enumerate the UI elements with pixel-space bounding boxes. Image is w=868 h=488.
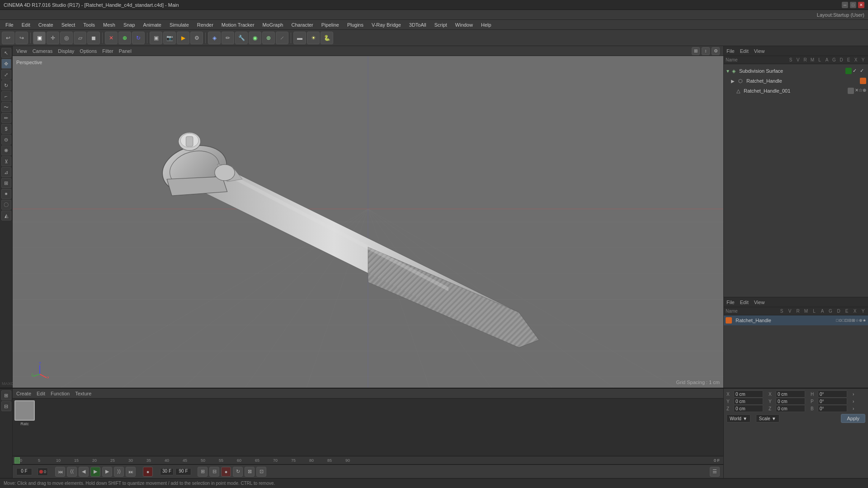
timeline-ruler[interactable]: 0 5 10 15 20 25 30 35 40 45 50 55 60 65 … bbox=[13, 456, 723, 465]
brush-tool[interactable]: ✏ bbox=[1, 113, 11, 123]
attr-object-row[interactable]: Ratchet_Handle □⊙□⊡⊟⊞☆⊕★ bbox=[724, 315, 868, 325]
move-tool-button[interactable]: ✕ bbox=[105, 32, 118, 44]
terrain-tool[interactable]: ◭ bbox=[1, 211, 11, 221]
timeline-edit-menu[interactable]: Edit bbox=[37, 391, 45, 396]
bounce-button[interactable]: ⊠ bbox=[245, 467, 255, 477]
floor-button[interactable]: ▬ bbox=[293, 32, 306, 44]
cube-tool-button[interactable]: ▣ bbox=[150, 32, 162, 44]
scale-mode-dropdown[interactable]: Scale ▼ bbox=[756, 414, 779, 422]
menu-file[interactable]: File bbox=[2, 21, 17, 28]
paint-button[interactable]: ✏ bbox=[222, 32, 234, 44]
menu-simulate[interactable]: Simulate bbox=[166, 21, 193, 28]
bottom-tool-1[interactable]: ⊞ bbox=[1, 390, 11, 400]
move-tool[interactable]: ✥ bbox=[1, 59, 11, 69]
render-button[interactable]: ▶ bbox=[177, 32, 189, 44]
prev-frame-button[interactable]: ◀ bbox=[79, 467, 89, 477]
body-paint-button[interactable]: ◉ bbox=[249, 32, 261, 44]
first-frame-button[interactable]: ⏮ bbox=[55, 467, 65, 477]
dynamics-tool[interactable]: 〇 bbox=[1, 200, 11, 210]
measure-tool[interactable]: ⊝ bbox=[1, 135, 11, 145]
undo-button[interactable]: ↩ bbox=[2, 32, 14, 44]
menu-help[interactable]: Help bbox=[477, 21, 495, 28]
timeline-texture-menu[interactable]: Texture bbox=[75, 391, 91, 396]
viewport-3d[interactable]: Perspective Grid Spacing : 1 cm Y X Z bbox=[13, 56, 723, 388]
attr-mgr-view-menu[interactable]: View bbox=[754, 300, 765, 305]
coord-y-input[interactable] bbox=[734, 398, 763, 405]
viewport-cameras-menu[interactable]: Cameras bbox=[33, 48, 53, 54]
play-button[interactable]: ▶ bbox=[90, 467, 100, 477]
viewport-view-menu[interactable]: View bbox=[16, 48, 27, 54]
coord-system-dropdown[interactable]: World ▼ bbox=[726, 414, 750, 422]
python-button[interactable]: 🐍 bbox=[321, 32, 333, 44]
next-frame-button[interactable]: ▶ bbox=[102, 467, 112, 477]
menu-create[interactable]: Create bbox=[35, 21, 57, 28]
hair-button[interactable]: ⊛ bbox=[262, 32, 275, 44]
timeline-expand-button[interactable]: ⊡ bbox=[256, 467, 266, 477]
edge-mode-button[interactable]: ▱ bbox=[74, 32, 86, 44]
coord-p-input[interactable] bbox=[818, 398, 847, 405]
menu-select[interactable]: Select bbox=[58, 21, 79, 28]
coord-sy-input[interactable] bbox=[776, 398, 805, 405]
array-tool[interactable]: ❋ bbox=[1, 145, 11, 155]
object-row-subdivision[interactable]: ▼ ◈ Subdivision Surface ✓ ✓ bbox=[724, 66, 868, 76]
camera-button[interactable]: 📷 bbox=[163, 32, 176, 44]
record-all-button[interactable]: ● bbox=[221, 467, 231, 477]
knife-button[interactable]: ⟋ bbox=[276, 32, 288, 44]
camera-nav-tool[interactable]: ⊿ bbox=[1, 167, 11, 177]
model-mode-button[interactable]: ▣ bbox=[33, 32, 46, 44]
coord-z-input[interactable] bbox=[734, 405, 763, 412]
last-frame-button[interactable]: ⏭ bbox=[126, 467, 136, 477]
menu-pipeline[interactable]: Pipeline bbox=[318, 21, 343, 28]
viewport-filter-menu[interactable]: Filter bbox=[102, 48, 113, 54]
prev-key-button[interactable]: ⟨⟨ bbox=[67, 467, 77, 477]
rotate-tool-button[interactable]: ↻ bbox=[132, 32, 145, 44]
loop-button[interactable]: ↻ bbox=[233, 467, 243, 477]
sculpt-button[interactable]: 🔧 bbox=[235, 32, 248, 44]
render-all-button[interactable]: ⚙ bbox=[190, 32, 203, 44]
object-row-ratchet-handle-001[interactable]: △ Ratchet_Handle_001 ✕☆⊕ bbox=[724, 86, 868, 96]
obj-mgr-edit-menu[interactable]: Edit bbox=[740, 48, 749, 54]
coord-h-input[interactable] bbox=[818, 390, 847, 398]
menu-plugins[interactable]: Plugins bbox=[344, 21, 367, 28]
point-mode-button[interactable]: ◎ bbox=[60, 32, 73, 44]
maximize-button[interactable]: □ bbox=[850, 2, 856, 8]
timeline-create-menu[interactable]: Create bbox=[16, 391, 31, 396]
view-mode-button[interactable]: ◈ bbox=[208, 32, 221, 44]
deformer-tool[interactable]: ⊻ bbox=[1, 156, 11, 166]
attr-mgr-edit-menu[interactable]: Edit bbox=[740, 300, 749, 305]
paint-tool[interactable]: $ bbox=[1, 124, 11, 134]
close-button[interactable]: ✕ bbox=[858, 2, 864, 8]
menu-edit[interactable]: Edit bbox=[18, 21, 34, 28]
menu-snap[interactable]: Snap bbox=[120, 21, 139, 28]
fps-display[interactable]: 30 F bbox=[160, 468, 174, 475]
scale-tool-button[interactable]: ⊕ bbox=[118, 32, 131, 44]
obj-mgr-view-menu[interactable]: View bbox=[754, 48, 765, 54]
viewport-options-menu[interactable]: Options bbox=[80, 48, 97, 54]
next-key-button[interactable]: ⟩⟩ bbox=[114, 467, 124, 477]
menu-tools[interactable]: Tools bbox=[80, 21, 99, 28]
texture-mode-button[interactable]: ✛ bbox=[47, 32, 59, 44]
selection-tool[interactable]: ↖ bbox=[1, 48, 11, 58]
coord-sx-input[interactable] bbox=[776, 390, 805, 398]
obj-mgr-file-menu[interactable]: File bbox=[726, 48, 735, 54]
object-row-ratchet-handle[interactable]: ▶ ⬡ Ratchet_Handle bbox=[724, 76, 868, 86]
viewport-settings-button[interactable]: ⚙ bbox=[712, 47, 720, 55]
record-button[interactable]: ● bbox=[143, 467, 153, 477]
coord-x-input[interactable] bbox=[734, 390, 763, 398]
constraint-tool[interactable]: ⊞ bbox=[1, 178, 11, 188]
material-swatch-container[interactable]: Ratc bbox=[14, 400, 35, 426]
spline-tool[interactable]: 〜 bbox=[1, 102, 11, 112]
end-frame-display[interactable]: 90 F bbox=[175, 468, 191, 475]
attr-mgr-file-menu[interactable]: File bbox=[726, 300, 735, 305]
joint-tool[interactable]: ⁕ bbox=[1, 189, 11, 199]
bottom-tool-2[interactable]: ⊟ bbox=[1, 401, 11, 411]
playhead[interactable] bbox=[14, 457, 20, 464]
menu-window[interactable]: Window bbox=[452, 21, 476, 28]
timeline-settings-button[interactable]: ☰ bbox=[710, 467, 720, 477]
menu-mesh[interactable]: Mesh bbox=[99, 21, 119, 28]
viewport-panel-menu[interactable]: Panel bbox=[119, 48, 132, 54]
viewport-maximize-button[interactable]: ⊞ bbox=[692, 47, 700, 55]
menu-mograph[interactable]: MoGraph bbox=[259, 21, 287, 28]
menu-character[interactable]: Character bbox=[288, 21, 316, 28]
menu-3dtoall[interactable]: 3DToAll bbox=[406, 21, 430, 28]
